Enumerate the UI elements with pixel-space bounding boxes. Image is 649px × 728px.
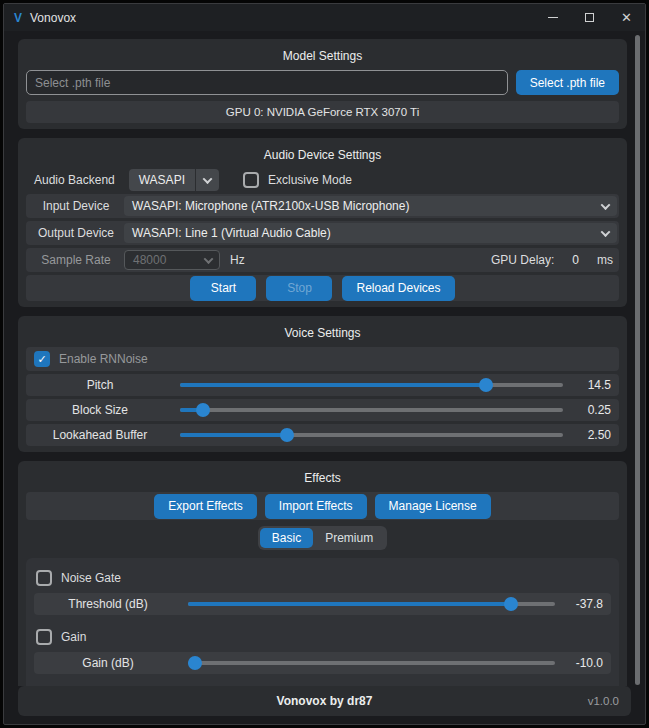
- model-file-input[interactable]: [26, 70, 508, 95]
- threshold-slider[interactable]: [174, 593, 561, 615]
- audio-settings-title: Audio Device Settings: [26, 144, 619, 169]
- noise-gate-label: Noise Gate: [61, 571, 121, 585]
- audio-backend-value: WASAPI: [129, 173, 195, 187]
- gpu-delay: GPU Delay: 0 ms: [491, 253, 617, 267]
- slider-handle[interactable]: [188, 656, 202, 670]
- close-icon: ✕: [621, 11, 632, 24]
- gain-label: Gain: [61, 630, 86, 644]
- output-device-dropdown[interactable]: WASAPI: Line 1 (Virtual Audio Cable): [124, 223, 617, 243]
- voice-settings-title: Voice Settings: [26, 322, 619, 347]
- chevron-down-icon: [203, 174, 213, 184]
- pitch-slider[interactable]: [166, 374, 569, 396]
- block-size-row: Block Size 0.25: [26, 399, 619, 421]
- slider-handle[interactable]: [479, 378, 493, 392]
- input-device-label: Input Device: [28, 199, 124, 213]
- gain-db-row: Gain (dB) -10.0: [34, 652, 611, 674]
- audio-settings-section: Audio Device Settings Audio Backend WASA…: [18, 138, 627, 307]
- gain-db-slider[interactable]: [174, 652, 561, 674]
- threshold-row: Threshold (dB) -37.8: [34, 593, 611, 615]
- app-window: V Vonovox ✕ Model Settings Select .pth f…: [3, 3, 646, 725]
- gain-db-value: -10.0: [561, 656, 603, 670]
- window-title: Vonovox: [30, 11, 76, 25]
- audio-backend-dropdown[interactable]: WASAPI: [129, 169, 219, 191]
- minimize-icon: [548, 17, 558, 18]
- audio-backend-label: Audio Backend: [34, 173, 115, 187]
- sample-rate-dropdown[interactable]: 48000: [124, 250, 220, 270]
- audio-backend-row: Audio Backend WASAPI ✓ Exclusive Mode: [26, 169, 619, 191]
- close-button[interactable]: ✕: [608, 4, 645, 31]
- start-button[interactable]: Start: [190, 276, 256, 301]
- gpu-info: GPU 0: NVIDIA GeForce RTX 3070 Ti: [26, 101, 619, 123]
- lookahead-value: 2.50: [569, 428, 611, 442]
- effects-tabs: Basic Premium: [258, 526, 387, 550]
- sample-rate-label: Sample Rate: [28, 253, 124, 267]
- sample-rate-unit: Hz: [230, 253, 245, 267]
- threshold-value: -37.8: [561, 597, 603, 611]
- stop-button[interactable]: Stop: [266, 276, 332, 301]
- sample-rate-row: Sample Rate 48000 Hz GPU Delay: 0 ms: [26, 248, 619, 272]
- basic-effects-panel: ✓ Noise Gate Threshold (dB) -37.8 ✓: [26, 558, 619, 686]
- main-content: Model Settings Select .pth file GPU 0: N…: [4, 31, 645, 686]
- sample-rate-value: 48000: [125, 253, 197, 267]
- export-effects-button[interactable]: Export Effects: [154, 494, 256, 519]
- lookahead-label: Lookahead Buffer: [34, 428, 166, 442]
- noise-gate-checkbox[interactable]: ✓: [36, 570, 52, 586]
- gpu-delay-unit: ms: [597, 253, 613, 267]
- reload-devices-button[interactable]: Reload Devices: [342, 276, 454, 301]
- block-size-value: 0.25: [569, 403, 611, 417]
- output-device-label: Output Device: [28, 226, 124, 240]
- pitch-value: 14.5: [569, 378, 611, 392]
- model-settings-title: Model Settings: [26, 45, 619, 70]
- model-file-row: Select .pth file: [26, 70, 619, 95]
- footer: Vonovox by dr87 v1.0.0: [18, 686, 631, 716]
- app-logo-icon: V: [14, 11, 22, 25]
- input-device-value: WASAPI: Microphone (ATR2100x-USB Microph…: [132, 199, 409, 213]
- output-device-value: WASAPI: Line 1 (Virtual Audio Cable): [132, 226, 331, 240]
- maximize-icon: [585, 13, 594, 22]
- effects-title: Effects: [26, 467, 619, 492]
- select-pth-button[interactable]: Select .pth file: [516, 70, 619, 95]
- chevron-down-icon: [601, 227, 611, 237]
- scrollbar-thumb[interactable]: [635, 35, 640, 685]
- footer-wrap: Vonovox by dr87 v1.0.0: [4, 686, 645, 724]
- input-device-dropdown[interactable]: WASAPI: Microphone (ATR2100x-USB Microph…: [124, 196, 617, 216]
- footer-version: v1.0.0: [588, 695, 619, 707]
- titlebar: V Vonovox ✕: [4, 4, 645, 31]
- output-device-row: Output Device WASAPI: Line 1 (Virtual Au…: [26, 221, 619, 245]
- threshold-label: Threshold (dB): [42, 597, 174, 611]
- chevron-down-icon: [203, 254, 213, 264]
- gain-row: ✓ Gain: [34, 625, 611, 649]
- model-settings-section: Model Settings Select .pth file GPU 0: N…: [18, 39, 627, 129]
- lookahead-row: Lookahead Buffer 2.50: [26, 424, 619, 446]
- chevron-down-icon: [601, 200, 611, 210]
- gpu-delay-value: 0: [572, 253, 579, 267]
- maximize-button[interactable]: [571, 4, 608, 31]
- effects-tabs-row: Basic Premium: [26, 526, 619, 550]
- pitch-row: Pitch 14.5: [26, 374, 619, 396]
- gain-checkbox[interactable]: ✓: [36, 629, 52, 645]
- rnnoise-row: ✓ Enable RNNoise: [26, 347, 619, 371]
- slider-handle[interactable]: [196, 403, 210, 417]
- window-controls: ✕: [534, 4, 645, 31]
- transport-row: Start Stop Reload Devices: [26, 275, 619, 301]
- tab-premium[interactable]: Premium: [313, 528, 385, 548]
- rnnoise-checkbox[interactable]: ✓: [34, 351, 50, 367]
- voice-settings-section: Voice Settings ✓ Enable RNNoise Pitch 14…: [18, 316, 627, 452]
- gpu-delay-label: GPU Delay:: [491, 253, 554, 267]
- slider-handle[interactable]: [280, 428, 294, 442]
- manage-license-button[interactable]: Manage License: [375, 494, 491, 519]
- noise-gate-row: ✓ Noise Gate: [34, 566, 611, 590]
- footer-credit: Vonovox by dr87: [277, 694, 373, 708]
- block-size-label: Block Size: [34, 403, 166, 417]
- lookahead-slider[interactable]: [166, 424, 569, 446]
- minimize-button[interactable]: [534, 4, 571, 31]
- input-device-row: Input Device WASAPI: Microphone (ATR2100…: [26, 194, 619, 218]
- import-effects-button[interactable]: Import Effects: [265, 494, 367, 519]
- exclusive-mode-checkbox[interactable]: ✓: [243, 172, 259, 188]
- block-size-slider[interactable]: [166, 399, 569, 421]
- tab-basic[interactable]: Basic: [260, 528, 313, 548]
- slider-handle[interactable]: [504, 597, 518, 611]
- effects-section: Effects Export Effects Import Effects Ma…: [18, 461, 627, 686]
- pitch-label: Pitch: [34, 378, 166, 392]
- gain-db-label: Gain (dB): [42, 656, 174, 670]
